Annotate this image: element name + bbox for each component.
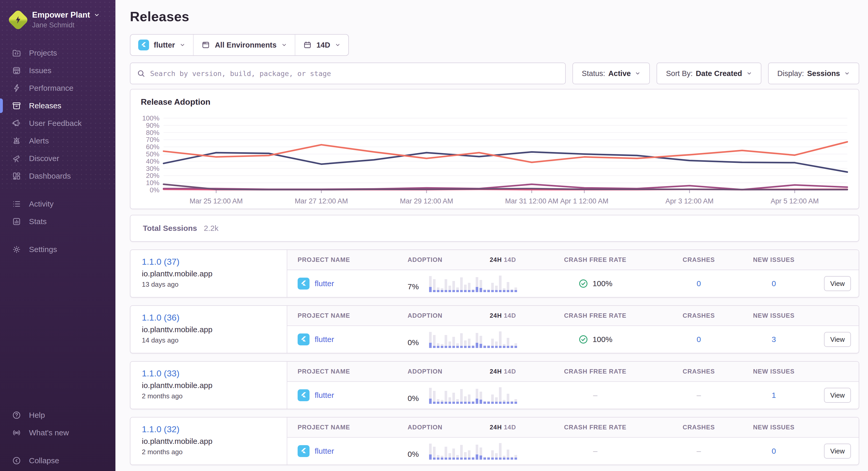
sidebar-collapse-button[interactable]: Collapse [0, 452, 116, 469]
nav-section-gap [0, 185, 116, 195]
org-switcher[interactable]: Empower Plant Jane Schmidt [0, 0, 116, 29]
col-new-issues: NEW ISSUES [735, 424, 813, 431]
adoption-sparkline [429, 331, 518, 348]
col-crashes: CRASHES [662, 312, 735, 319]
project-filter[interactable]: flutter [130, 35, 193, 55]
status-value: Active [608, 69, 631, 78]
new-issues-link[interactable]: 3 [735, 335, 813, 344]
sort-dropdown[interactable]: Sort By: Date Created [657, 63, 761, 84]
status-label: Status: [582, 69, 605, 78]
sidebar-item-discover[interactable]: Discover [0, 150, 116, 167]
nav-section-gap [0, 441, 116, 452]
search-input[interactable] [150, 70, 559, 77]
project-link[interactable]: flutter [315, 335, 334, 344]
release-version-link[interactable]: 1.1.0 (33) [142, 368, 287, 378]
search-icon [137, 69, 146, 78]
sidebar-item-activity[interactable]: Activity [0, 195, 116, 213]
spark-range-toggle[interactable]: 24H 14D [490, 312, 516, 319]
crashes-link[interactable]: 0 [662, 279, 735, 288]
spark-range-toggle[interactable]: 24H 14D [490, 256, 516, 263]
calendar-icon [303, 41, 312, 49]
releases-icon [12, 101, 21, 110]
project-link[interactable]: flutter [315, 447, 334, 456]
flutter-project-icon [298, 445, 310, 457]
svg-text:Apr 1 12:00 AM: Apr 1 12:00 AM [560, 197, 609, 205]
col-adoption: ADOPTION [408, 256, 442, 263]
page-title: Releases [130, 9, 859, 24]
environment-filter[interactable]: All Environments [193, 35, 295, 55]
sidebar-item-alerts[interactable]: Alerts [0, 132, 116, 150]
sidebar-item-projects[interactable]: Projects [0, 44, 116, 62]
view-button[interactable]: View [824, 444, 851, 459]
release-version-link[interactable]: 1.1.0 (32) [142, 424, 287, 434]
release-adoption-chart: 0%10%20%30%40%50%60%70%80%90%100%Mar 25 … [141, 107, 849, 205]
sidebar-item-releases[interactable]: Releases [0, 97, 116, 114]
adoption-value: 7% [408, 282, 419, 292]
sidebar-item-performance[interactable]: Performance [0, 79, 116, 97]
display-label: Display: [777, 69, 804, 78]
chevron-down-icon [746, 71, 752, 76]
sidebar-item-user-feedback[interactable]: User Feedback [0, 114, 116, 132]
chevron-down-icon [335, 42, 341, 48]
sidebar-item-label: Projects [29, 48, 57, 57]
date-range-filter[interactable]: 14D [295, 35, 348, 55]
release-version-link[interactable]: 1.1.0 (37) [142, 257, 287, 267]
col-crash-free-rate: CRASH FREE RATE [528, 368, 662, 375]
sidebar-item-label: Releases [29, 101, 61, 110]
crash-free-value: 100% [593, 279, 613, 288]
view-button[interactable]: View [824, 276, 851, 291]
sidebar-item-issues[interactable]: Issues [0, 62, 116, 79]
collapse-icon [12, 456, 21, 465]
release-table: PROJECT NAME ADOPTION 24H 14D CRASH FREE… [287, 306, 859, 353]
sidebar-item-label: User Feedback [29, 119, 82, 128]
lightning-bolt-icon [14, 15, 23, 24]
sidebar-item-label: What's new [29, 428, 69, 437]
search-box[interactable] [130, 63, 566, 84]
nav-section-gap [0, 230, 116, 241]
release-summary: 1.1.0 (32) io.planttv.mobile.app 2 month… [130, 417, 287, 465]
col-crashes: CRASHES [662, 368, 735, 375]
col-new-issues: NEW ISSUES [735, 312, 813, 319]
active-indicator [0, 99, 3, 113]
view-button[interactable]: View [824, 388, 851, 403]
col-project-name: PROJECT NAME [287, 312, 408, 319]
issues-icon [12, 66, 21, 75]
chevron-down-icon [635, 71, 641, 76]
svg-text:Apr 5 12:00 AM: Apr 5 12:00 AM [771, 197, 819, 205]
crashes-link[interactable]: 0 [662, 335, 735, 344]
project-link[interactable]: flutter [315, 391, 334, 400]
new-issues-link[interactable]: 1 [735, 391, 813, 400]
release-card: 1.1.0 (32) io.planttv.mobile.app 2 month… [130, 417, 859, 465]
svg-text:40%: 40% [146, 158, 159, 165]
sidebar-item-help[interactable]: Help [0, 406, 116, 424]
sidebar-item-stats[interactable]: Stats [0, 213, 116, 230]
release-card: 1.1.0 (37) io.planttv.mobile.app 13 days… [130, 249, 859, 298]
spark-range-toggle[interactable]: 24H 14D [490, 368, 516, 375]
sidebar-item-whats-new[interactable]: What's new [0, 424, 116, 441]
project-link[interactable]: flutter [315, 279, 334, 288]
release-table-row: flutter 0% 100% 0 3 View [287, 326, 859, 353]
release-table-header: PROJECT NAME ADOPTION 24H 14D CRASH FREE… [287, 250, 859, 270]
new-issues-link[interactable]: 0 [735, 447, 813, 456]
display-value: Sessions [807, 69, 840, 78]
stats-icon [12, 217, 21, 226]
spark-range-toggle[interactable]: 24H 14D [490, 424, 516, 431]
crash-free-value: – [528, 391, 662, 400]
col-new-issues: NEW ISSUES [735, 256, 813, 263]
check-circle-icon [578, 334, 589, 345]
adoption-sparkline [429, 387, 518, 404]
display-dropdown[interactable]: Display: Sessions [768, 63, 860, 84]
release-version-link[interactable]: 1.1.0 (36) [142, 312, 287, 323]
adoption-sparkline [429, 275, 518, 292]
sidebar-item-settings[interactable]: Settings [0, 241, 116, 258]
release-table-row: flutter 0% – – 0 View [287, 438, 859, 465]
status-dropdown[interactable]: Status: Active [572, 63, 650, 84]
release-card: 1.1.0 (33) io.planttv.mobile.app 2 month… [130, 361, 859, 409]
new-issues-link[interactable]: 0 [735, 279, 813, 288]
svg-text:60%: 60% [146, 143, 159, 151]
adoption-value: 0% [408, 338, 419, 348]
sidebar-item-dashboards[interactable]: Dashboards [0, 167, 116, 185]
view-button[interactable]: View [824, 332, 851, 347]
crashes-value: – [662, 447, 735, 456]
total-sessions-value: 2.2k [204, 224, 219, 233]
